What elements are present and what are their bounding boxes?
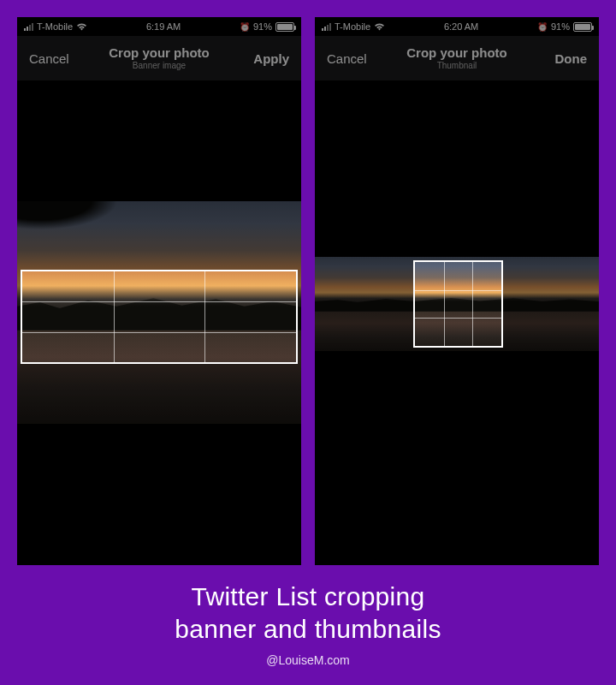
signal-icon bbox=[322, 23, 331, 31]
nav-bar: Cancel Crop your photo Thumbnail Done bbox=[315, 36, 599, 80]
crop-rectangle[interactable] bbox=[21, 270, 298, 364]
status-bar: T-Mobile 6:19 AM ⏰ 91% bbox=[17, 17, 301, 36]
alarm-icon: ⏰ bbox=[537, 22, 548, 32]
caption-line-2: banner and thumbnails bbox=[0, 613, 616, 646]
status-bar: T-Mobile 6:20 AM ⏰ 91% bbox=[315, 17, 599, 36]
phone-screenshot-banner: T-Mobile 6:19 AM ⏰ 91% Cancel Crop your … bbox=[17, 17, 301, 565]
caption-credit: @LouiseM.com bbox=[0, 653, 616, 667]
status-time: 6:20 AM bbox=[444, 21, 478, 32]
signal-icon bbox=[24, 23, 33, 31]
wifi-icon bbox=[76, 22, 87, 31]
caption-block: Twitter List cropping banner and thumbna… bbox=[0, 581, 616, 667]
status-right: ⏰ 91% bbox=[240, 21, 294, 32]
cancel-button[interactable]: Cancel bbox=[29, 51, 74, 66]
phone-screenshot-thumbnail: T-Mobile 6:20 AM ⏰ 91% Cancel Crop your … bbox=[315, 17, 599, 565]
crop-rectangle[interactable] bbox=[413, 260, 503, 348]
battery-icon bbox=[573, 22, 592, 32]
wifi-icon bbox=[374, 22, 385, 31]
phone-comparison-row: T-Mobile 6:19 AM ⏰ 91% Cancel Crop your … bbox=[0, 0, 616, 565]
alarm-icon: ⏰ bbox=[240, 22, 250, 32]
battery-percent: 91% bbox=[253, 21, 272, 32]
done-button[interactable]: Done bbox=[542, 51, 587, 66]
carrier-label: T-Mobile bbox=[335, 21, 370, 32]
nav-bar: Cancel Crop your photo Banner image Appl… bbox=[17, 36, 301, 80]
cancel-button[interactable]: Cancel bbox=[327, 51, 371, 66]
caption-line-1: Twitter List cropping bbox=[0, 581, 616, 613]
status-right: ⏰ 91% bbox=[537, 21, 592, 32]
photo-canvas[interactable] bbox=[315, 257, 599, 351]
photo-canvas[interactable] bbox=[17, 201, 301, 424]
status-left: T-Mobile bbox=[24, 21, 87, 32]
apply-button[interactable]: Apply bbox=[245, 51, 289, 66]
carrier-label: T-Mobile bbox=[37, 21, 73, 32]
status-left: T-Mobile bbox=[322, 21, 385, 32]
battery-icon bbox=[275, 22, 294, 32]
battery-percent: 91% bbox=[551, 21, 570, 32]
status-time: 6:19 AM bbox=[146, 21, 181, 32]
